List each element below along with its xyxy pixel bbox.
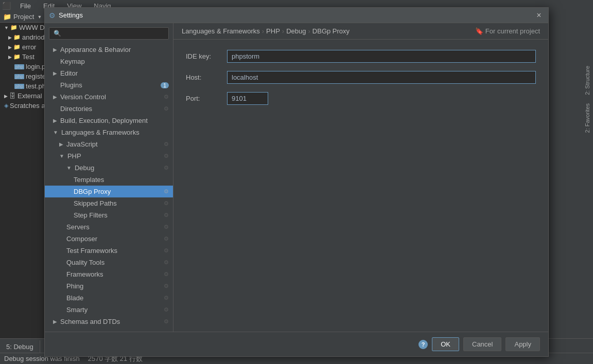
breadcrumb-part-3: Debug (286, 27, 306, 35)
nav-quality-tools[interactable]: Quality Tools ⚙ (45, 257, 173, 268)
settings-icon: ⚙ (49, 11, 56, 20)
config-icon: ⚙ (164, 283, 169, 289)
nav-test-frameworks[interactable]: Test Frameworks ⚙ (45, 245, 173, 257)
config-icon: ⚙ (164, 141, 169, 148)
nav-composer[interactable]: Composer ⚙ (45, 233, 173, 245)
nav-plugins[interactable]: Plugins 1 (45, 79, 173, 91)
nav-editor[interactable]: ▶ Editor (45, 67, 173, 79)
nav-phing[interactable]: Phing ⚙ (45, 280, 173, 292)
expand-icon: ▼ (53, 130, 58, 135)
nav-javascript[interactable]: ▶ JavaScript ⚙ (45, 138, 173, 150)
nav-label: JavaScript (66, 140, 98, 148)
config-icon: ⚙ (164, 153, 169, 159)
nav-label: Servers (66, 223, 90, 231)
nav-schemas-dtds[interactable]: ▶ Schemas and DTDs ⚙ (45, 316, 173, 327)
breadcrumb-bar: Languages & Frameworks › PHP › Debug › D… (173, 23, 548, 40)
nav-label: Smarty (66, 306, 88, 314)
plugins-badge: 1 (161, 82, 169, 88)
expand-icon: ▶ (53, 94, 57, 100)
config-icon: ⚙ (164, 188, 169, 195)
nav-label: Schemas and DTDs (60, 318, 120, 325)
nav-blade[interactable]: Blade ⚙ (45, 292, 173, 304)
config-icon: ⚙ (164, 259, 169, 266)
nav-label: DBGp Proxy (74, 188, 111, 195)
config-icon: ⚙ (164, 165, 169, 171)
expand-icon: ▼ (66, 165, 72, 171)
nav-build-execution[interactable]: ▶ Build, Execution, Deployment (45, 115, 173, 126)
bookmark-icon: 🔖 (475, 27, 483, 35)
breadcrumb-sep-2: › (282, 27, 284, 35)
port-input[interactable] (227, 92, 268, 105)
nav-keymap[interactable]: Keymap (45, 56, 173, 67)
config-icon: ⚙ (164, 295, 169, 301)
nav-label: Debug (75, 164, 94, 172)
expand-icon: ▶ (53, 47, 57, 52)
nav-label: Appearance & Behavior (60, 46, 131, 53)
config-icon: ⚙ (164, 318, 169, 325)
config-icon: ⚙ (164, 235, 169, 242)
config-icon: ⚙ (164, 271, 169, 278)
nav-directories[interactable]: Directories ⚙ (45, 103, 173, 115)
nav-label: Step Filters (74, 211, 108, 219)
nav-label: Quality Tools (66, 259, 104, 266)
nav-label: Plugins (53, 81, 82, 89)
config-icon: ⚙ (164, 105, 169, 112)
nav-skipped-paths[interactable]: Skipped Paths ⚙ (45, 197, 173, 209)
nav-templates[interactable]: Templates (45, 174, 173, 186)
for-current-project-label: For current project (485, 27, 540, 35)
nav-php[interactable]: ▼ PHP ⚙ (45, 150, 173, 162)
nav-label: Editor (60, 69, 78, 77)
host-label: Host: (186, 74, 227, 81)
cancel-button[interactable]: Cancel (463, 337, 501, 351)
settings-nav-list: ▶ Appearance & Behavior Keymap ▶ Editor (45, 44, 173, 332)
ok-button[interactable]: OK (432, 337, 459, 351)
nav-label: Skipped Paths (74, 199, 117, 207)
nav-label: Test Frameworks (66, 247, 117, 254)
nav-label: Version Control (60, 93, 106, 101)
nav-step-filters[interactable]: Step Filters ⚙ (45, 209, 173, 221)
breadcrumb-part-2: PHP (266, 27, 280, 35)
host-input[interactable] (227, 71, 536, 84)
dialog-footer: ? OK Cancel Apply (45, 332, 548, 356)
config-icon: ⚙ (164, 200, 169, 207)
nav-label: Phing (66, 282, 83, 290)
ide-key-input[interactable] (227, 50, 536, 63)
help-button[interactable]: ? (418, 340, 428, 349)
config-icon: ⚙ (164, 247, 169, 254)
nav-languages-frameworks[interactable]: ▼ Languages & Frameworks (45, 126, 173, 138)
nav-dbgp-proxy[interactable]: DBGp Proxy ⚙ (45, 186, 173, 197)
dialog-overlay: ⚙ Settings × ▶ Appearance & Behavior Key… (0, 0, 593, 364)
expand-icon: ▶ (53, 70, 57, 76)
ide-key-label: IDE key: (186, 52, 227, 60)
nav-label: Frameworks (66, 270, 103, 278)
nav-appearance-behavior[interactable]: ▶ Appearance & Behavior (45, 44, 173, 56)
settings-content-panel: Languages & Frameworks › PHP › Debug › D… (173, 23, 548, 332)
apply-button[interactable]: Apply (505, 337, 540, 351)
settings-nav-panel: ▶ Appearance & Behavior Keymap ▶ Editor (45, 23, 173, 332)
nav-smarty[interactable]: Smarty ⚙ (45, 304, 173, 316)
nav-debug[interactable]: ▼ Debug ⚙ (45, 162, 173, 174)
nav-label: PHP (67, 152, 81, 160)
config-icon: ⚙ (164, 224, 169, 230)
expand-icon: ▶ (53, 118, 57, 123)
nav-label: Build, Execution, Deployment (60, 117, 148, 124)
nav-version-control[interactable]: ▶ Version Control ⚙ (45, 91, 173, 103)
dbgp-proxy-content: IDE key: Host: Port: (173, 40, 548, 332)
breadcrumb-sep-1: › (262, 27, 264, 35)
ide-key-row: IDE key: (186, 50, 536, 63)
settings-dialog: ⚙ Settings × ▶ Appearance & Behavior Key… (44, 7, 549, 357)
nav-servers[interactable]: Servers ⚙ (45, 221, 173, 233)
nav-label: Directories (53, 105, 92, 113)
port-row: Port: (186, 92, 536, 105)
close-button[interactable]: × (534, 10, 544, 21)
nav-label: Keymap (53, 58, 85, 65)
settings-search-input[interactable] (49, 27, 169, 40)
nav-label: Blade (66, 294, 83, 302)
port-label: Port: (186, 95, 227, 102)
expand-icon: ▶ (59, 141, 63, 147)
expand-icon: ▼ (59, 153, 64, 159)
nav-frameworks[interactable]: Frameworks ⚙ (45, 268, 173, 280)
breadcrumb-part-1: Languages & Frameworks (182, 27, 260, 35)
dialog-title: Settings (59, 11, 83, 19)
nav-label: Composer (66, 235, 97, 243)
